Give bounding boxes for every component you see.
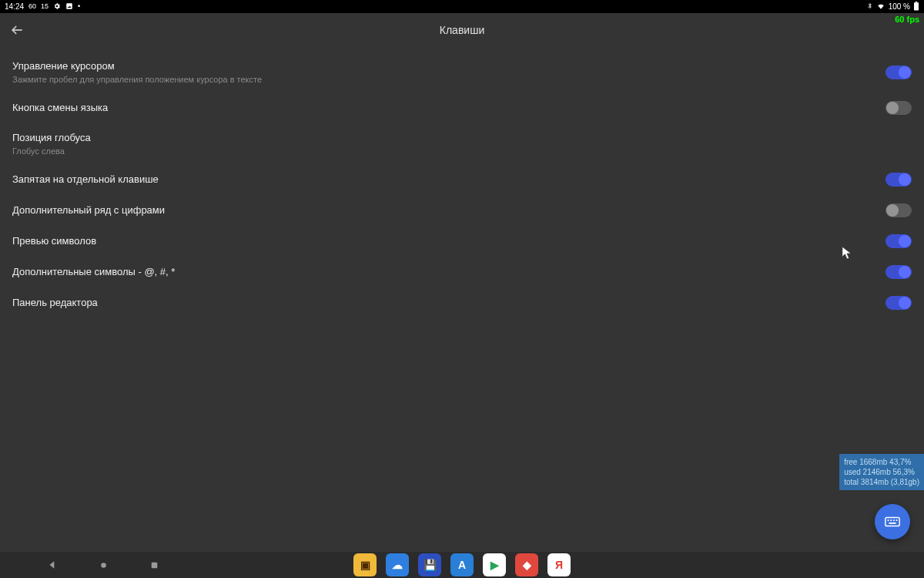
system-nav bbox=[46, 559, 160, 571]
setting-title: Дополнительный ряд с цифрами bbox=[12, 203, 165, 217]
setting-toggle[interactable] bbox=[886, 203, 912, 217]
wifi-icon bbox=[876, 2, 886, 12]
nav-recents-button[interactable] bbox=[148, 559, 160, 571]
back-button[interactable] bbox=[0, 13, 34, 47]
setting-title: Панель редактора bbox=[12, 296, 98, 310]
setting-toggle[interactable] bbox=[886, 296, 912, 310]
svg-point-9 bbox=[101, 563, 106, 568]
status-right: 100 % bbox=[866, 2, 919, 12]
setting-row[interactable]: Управление курсоромЗажмите пробел для уп… bbox=[0, 52, 924, 92]
setting-title: Управление курсором bbox=[12, 59, 262, 73]
page-title: Клавиши bbox=[0, 24, 924, 36]
svg-rect-6 bbox=[893, 519, 895, 521]
memory-overlay: free 1668mb 43,7% used 2146mb 56,3% tota… bbox=[839, 454, 924, 490]
setting-toggle[interactable] bbox=[886, 173, 912, 187]
setting-row[interactable]: Дополнительный ряд с цифрами bbox=[0, 195, 924, 226]
setting-title: Дополнительные символы - @, #, * bbox=[12, 265, 175, 279]
setting-row[interactable]: Кнопка смены языка bbox=[0, 92, 924, 123]
setting-texts: Дополнительные символы - @, #, * bbox=[12, 265, 175, 279]
setting-texts: Превью символов bbox=[12, 234, 96, 248]
dock-yandex[interactable]: Я bbox=[547, 553, 571, 576]
svg-rect-0 bbox=[66, 3, 72, 9]
setting-subtitle: Глобус слева bbox=[12, 146, 91, 156]
dock-anydesk[interactable]: ◆ bbox=[515, 553, 538, 576]
status-time: 14:24 bbox=[5, 2, 24, 11]
navigation-bar: ▣☁💾A▶◆Я bbox=[0, 552, 924, 578]
svg-rect-2 bbox=[916, 2, 917, 2]
svg-rect-8 bbox=[889, 523, 896, 524]
nav-home-button[interactable] bbox=[97, 559, 109, 571]
setting-title: Запятая на отдельной клавише bbox=[12, 173, 159, 187]
setting-row[interactable]: Дополнительные символы - @, #, * bbox=[0, 257, 924, 287]
svg-rect-10 bbox=[151, 562, 157, 568]
nav-back-button[interactable] bbox=[46, 559, 59, 571]
setting-row[interactable]: Превью символов bbox=[0, 226, 924, 257]
setting-row[interactable]: Панель редактора bbox=[0, 287, 924, 318]
setting-subtitle: Зажмите пробел для управления положением… bbox=[12, 74, 262, 85]
svg-rect-3 bbox=[886, 518, 899, 526]
settings-list: Управление курсоромЗажмите пробел для уп… bbox=[0, 47, 924, 323]
mem-used: used 2146mb 56,3% bbox=[844, 467, 919, 477]
bluetooth-icon bbox=[866, 2, 873, 12]
dock-save-app[interactable]: 💾 bbox=[418, 553, 441, 576]
setting-toggle[interactable] bbox=[886, 66, 912, 79]
svg-rect-5 bbox=[890, 519, 892, 521]
setting-title: Кнопка смены языка bbox=[12, 101, 108, 115]
status-left: 14:24 60 15 • bbox=[5, 2, 80, 12]
picture-icon bbox=[65, 2, 73, 12]
setting-texts: Управление курсоромЗажмите пробел для уп… bbox=[12, 59, 262, 85]
keyboard-fab[interactable] bbox=[875, 504, 910, 539]
setting-toggle[interactable] bbox=[886, 265, 912, 279]
app-content: 60 fps Клавиши Управление курсоромЗажмит… bbox=[0, 13, 924, 552]
mem-free: free 1668mb 43,7% bbox=[844, 457, 919, 467]
svg-rect-1 bbox=[914, 2, 919, 10]
setting-row[interactable]: Позиция глобусаГлобус слева bbox=[0, 123, 924, 164]
battery-icon bbox=[913, 2, 919, 12]
mem-total: total 3814mb (3,81gb) bbox=[844, 477, 919, 487]
setting-row[interactable]: Запятая на отдельной клавише bbox=[0, 164, 924, 195]
gear-icon bbox=[53, 2, 61, 12]
dock-play-store[interactable]: ▶ bbox=[483, 553, 506, 576]
app-bar: Клавиши bbox=[0, 13, 924, 47]
dot-icon: • bbox=[78, 3, 80, 10]
status-bar: 14:24 60 15 • 100 % bbox=[0, 0, 924, 13]
app-dock: ▣☁💾A▶◆Я bbox=[353, 553, 571, 576]
svg-rect-7 bbox=[896, 519, 898, 521]
setting-title: Превью символов bbox=[12, 234, 96, 248]
setting-texts: Дополнительный ряд с цифрами bbox=[12, 203, 165, 217]
setting-title: Позиция глобуса bbox=[12, 131, 91, 145]
status-temp: 15 bbox=[41, 3, 49, 10]
setting-toggle[interactable] bbox=[886, 234, 912, 248]
dock-cloud-app[interactable]: ☁ bbox=[386, 553, 409, 576]
status-battery-text: 100 % bbox=[889, 2, 910, 11]
status-net: 60 bbox=[28, 3, 36, 10]
svg-rect-4 bbox=[888, 519, 889, 521]
setting-texts: Панель редактора bbox=[12, 296, 98, 310]
dock-a-app[interactable]: A bbox=[450, 553, 474, 576]
setting-toggle[interactable] bbox=[886, 101, 912, 115]
setting-texts: Позиция глобусаГлобус слева bbox=[12, 131, 91, 156]
setting-texts: Кнопка смены языка bbox=[12, 101, 108, 115]
setting-texts: Запятая на отдельной клавише bbox=[12, 173, 159, 187]
dock-tv-app[interactable]: ▣ bbox=[353, 553, 377, 576]
